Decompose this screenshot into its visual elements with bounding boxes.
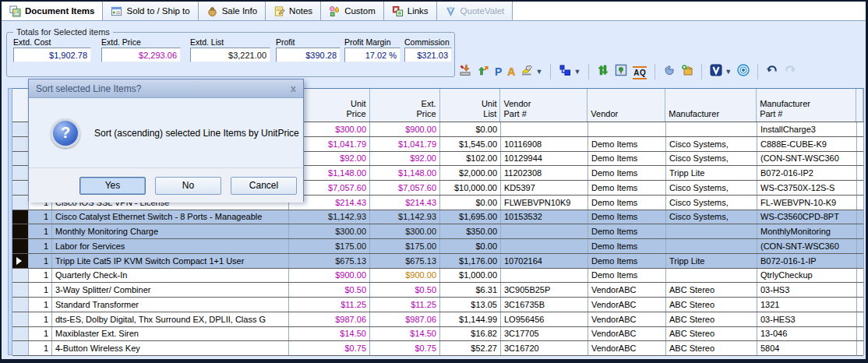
cell-manufacturer[interactable] xyxy=(666,239,757,253)
row-selector[interactable] xyxy=(12,239,29,253)
grid-row-8[interactable]: 1Monthly Monitoring Charge$300.00$300.00… xyxy=(12,224,863,239)
row-selector[interactable] xyxy=(12,283,29,297)
grid-row-9[interactable]: 1Labor for Services$175.00$175.00$0.00De… xyxy=(12,239,863,254)
grid-header-manufacturer[interactable]: Manufacturer xyxy=(665,89,757,122)
cell-mfr_part[interactable]: MonthlyMonitoring xyxy=(757,224,857,238)
cell-description[interactable]: dts-ES, Dolby Digital, Thx Surround EX, … xyxy=(52,312,289,326)
cell-vendor[interactable]: Demo Items xyxy=(588,254,666,268)
cell-list[interactable]: $350.00 xyxy=(440,224,501,238)
sort-dialog-titlebar[interactable]: Sort selected Line Items? x xyxy=(29,79,303,98)
cell-manufacturer[interactable] xyxy=(666,122,757,136)
cell-vendor[interactable]: VendorABC xyxy=(588,341,666,355)
cell-manufacturer[interactable]: Cisco Systems, xyxy=(666,137,757,151)
cell-vendor[interactable]: VendorABC xyxy=(588,327,666,341)
cell-list[interactable]: $0.00 xyxy=(440,239,501,253)
cell-ext[interactable]: $1,041.79 xyxy=(370,137,440,151)
link-items-button[interactable]: ▼ xyxy=(558,63,581,80)
row-selector[interactable] xyxy=(12,137,29,151)
cell-mfr_part[interactable]: (CON-SNT-WSC360 xyxy=(757,152,857,166)
cell-manufacturer[interactable] xyxy=(666,224,757,238)
cell-vendor[interactable]: Demo Items xyxy=(588,137,666,151)
cell-manufacturer[interactable]: ABC Stereo xyxy=(666,283,757,297)
cell-vendor[interactable]: Demo Items xyxy=(588,181,666,195)
grid-header-vendor[interactable]: Vendor xyxy=(587,89,665,122)
tab-document-items[interactable]: Document Items xyxy=(2,2,103,20)
cell-vendor[interactable]: Demo Items xyxy=(588,166,666,180)
cell-vendor_part[interactable] xyxy=(501,269,588,283)
cell-qty[interactable]: 1 xyxy=(29,254,52,268)
cell-unit[interactable]: $987.06 xyxy=(289,312,370,326)
cell-ext[interactable]: $300.00 xyxy=(370,224,440,238)
picture-button[interactable] xyxy=(614,63,628,80)
cell-manufacturer[interactable]: ABC Stereo xyxy=(666,298,757,312)
cell-vendor_part[interactable]: 11202308 xyxy=(501,166,588,180)
drag-hand-button[interactable] xyxy=(662,63,676,80)
cell-vendor_part[interactable] xyxy=(501,239,588,253)
cell-unit[interactable]: $11.25 xyxy=(289,298,370,312)
cell-vendor[interactable]: Demo Items xyxy=(588,239,666,253)
cell-mfr_part[interactable]: 03-HES3 xyxy=(757,312,857,326)
cell-manufacturer[interactable]: Tripp Lite xyxy=(666,254,757,268)
cell-unit[interactable]: $0.75 xyxy=(289,341,370,355)
tab-quotevalet[interactable]: QuoteValet xyxy=(437,2,513,20)
cell-description[interactable]: 4-Button Wireless Key xyxy=(52,341,289,355)
quotevalet-button-button[interactable]: ▼ xyxy=(709,63,732,80)
grid-row-16[interactable]: 14-Button Wireless Key$0.75$0.75$52.273C… xyxy=(12,341,863,356)
row-selector[interactable] xyxy=(12,269,29,283)
cell-vendor_part[interactable]: 10129944 xyxy=(501,152,588,166)
cell-description[interactable]: 3-Way Splitter/ Combiner xyxy=(52,283,289,297)
chevron-down-icon[interactable]: ▼ xyxy=(573,68,580,76)
cell-qty[interactable]: 1 xyxy=(29,269,52,283)
cell-unit[interactable]: $1,142.93 xyxy=(289,210,370,224)
cell-vendor_part[interactable]: 3C17705 xyxy=(501,327,588,341)
row-selector[interactable] xyxy=(12,166,29,180)
cell-manufacturer[interactable]: ABC Stereo xyxy=(666,327,757,341)
cell-qty[interactable]: 1 xyxy=(29,283,52,297)
cell-vendor_part[interactable]: 10153532 xyxy=(501,210,588,224)
row-selector[interactable] xyxy=(12,196,29,210)
cell-mfr_part[interactable]: C888E-CUBE-K9 xyxy=(757,137,857,151)
cell-unit[interactable]: $675.13 xyxy=(289,254,370,268)
cell-unit[interactable]: $900.00 xyxy=(289,269,370,283)
cell-vendor_part[interactable]: 3C16720 xyxy=(501,341,588,355)
cell-list[interactable]: $1,144.99 xyxy=(440,312,501,326)
cell-unit[interactable]: $14.50 xyxy=(289,327,370,341)
cell-ext[interactable]: $214.43 xyxy=(370,196,440,210)
grid-row-13[interactable]: 1Standard Transformer$11.25$11.25$13.053… xyxy=(12,298,863,312)
chevron-down-icon[interactable]: ▼ xyxy=(535,68,542,76)
grid-row-10[interactable]: 1Tripp Lite Cat5 IP KVM Switch Compact 1… xyxy=(12,254,863,269)
cell-mfr_part[interactable]: InstallCharge3 xyxy=(757,122,857,136)
cell-vendor_part[interactable]: 10702164 xyxy=(501,254,588,268)
grid-header-mfr_part[interactable]: Manufacturer Part # xyxy=(757,89,856,122)
grid-row-14[interactable]: 1dts-ES, Dolby Digital, Thx Surround EX,… xyxy=(12,312,863,327)
cell-mfr_part[interactable]: 13-046 xyxy=(757,327,857,341)
cell-list[interactable]: $1,695.00 xyxy=(440,210,501,224)
cell-description[interactable]: Tripp Lite Cat5 IP KVM Switch Compact 1+… xyxy=(52,254,289,268)
cell-list[interactable]: $1,176.00 xyxy=(440,254,501,268)
grid-row-12[interactable]: 13-Way Splitter/ Combiner$0.50$0.50$6.31… xyxy=(12,283,863,298)
cell-mfr_part[interactable]: 03-HS3 xyxy=(757,283,857,297)
cell-qty[interactable]: 1 xyxy=(29,298,52,312)
cell-list[interactable]: $16.82 xyxy=(440,327,501,341)
tab-sold-to-ship-to[interactable]: Sold to / Ship to xyxy=(103,2,198,20)
cell-list[interactable]: $13.05 xyxy=(440,298,501,312)
cell-mfr_part[interactable]: (CON-SNT-WSC360 xyxy=(757,239,857,253)
close-icon[interactable]: x xyxy=(291,83,296,93)
cell-mfr_part[interactable]: B072-016-IP2 xyxy=(757,166,857,180)
cell-qty[interactable]: 1 xyxy=(29,327,52,341)
cell-vendor_part[interactable]: KD5397 xyxy=(501,181,588,195)
row-selector[interactable] xyxy=(12,224,29,238)
cell-list[interactable]: $1,545.00 xyxy=(440,137,501,151)
grid-header-vendor_part[interactable]: Vendor Part # xyxy=(500,89,587,122)
cell-ext[interactable]: $1,148.00 xyxy=(370,166,440,180)
cell-vendor[interactable]: Demo Items xyxy=(588,269,666,283)
cell-list[interactable]: $10,000.00 xyxy=(440,181,501,195)
cell-description[interactable]: Maxiblaster Ext. Siren xyxy=(52,327,289,341)
cell-unit[interactable]: $175.00 xyxy=(289,239,370,253)
cell-description[interactable]: Labor for Services xyxy=(52,239,289,253)
cell-vendor[interactable]: VendorABC xyxy=(588,298,666,312)
cell-list[interactable]: $52.27 xyxy=(440,341,501,355)
no-button[interactable]: No xyxy=(155,177,221,195)
cell-vendor[interactable]: VendorABC xyxy=(588,312,666,326)
chevron-down-icon[interactable]: ▼ xyxy=(725,68,732,76)
